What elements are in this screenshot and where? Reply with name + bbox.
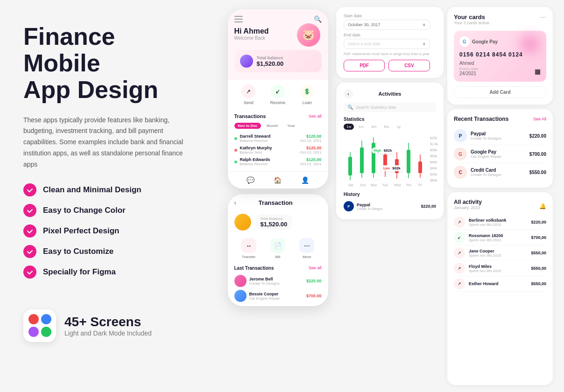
activities-title: Activities bbox=[379, 91, 402, 97]
txn-sub: Balance Sent bbox=[240, 150, 272, 154]
incoming-icon: ↙ bbox=[454, 232, 465, 243]
search-icon[interactable]: 🔍 bbox=[314, 15, 322, 23]
rtxn-title: Recent Transactions bbox=[454, 116, 508, 122]
tab-nov-dec[interactable]: Nov to Dec bbox=[234, 123, 261, 129]
table-row: C Credit Card Create To Designs $550.00 bbox=[454, 163, 546, 181]
cards-widget: Your cards Your 2 cards active ⋯ G Googl… bbox=[447, 7, 553, 105]
date-note: PDF statements must have a range less th… bbox=[344, 52, 430, 56]
last-txn-header: Last Transactions See all bbox=[234, 266, 322, 271]
loan-label: Loan bbox=[303, 100, 312, 105]
time-pill-3m[interactable]: 3m bbox=[368, 124, 379, 130]
txn-sub: Balance Receive bbox=[240, 162, 270, 166]
feature-label-5: Specially for Figma bbox=[43, 267, 116, 277]
transactions-section: Transactions See all Nov to Dec Month Ye… bbox=[228, 110, 328, 171]
activity-sub: Spent nov 9th,2023 bbox=[469, 253, 527, 258]
activity-sub: Spent nov 8th,2022 bbox=[469, 269, 527, 273]
svg-text:$30k: $30k bbox=[430, 148, 437, 152]
profile-nav-icon[interactable]: 👤 bbox=[301, 176, 309, 184]
more-icon: ⋯ bbox=[299, 238, 314, 253]
google-g-icon: G bbox=[459, 36, 470, 47]
start-date-value[interactable]: October 30, 2017 ∨ bbox=[344, 20, 430, 30]
txn-amount: $700.00 bbox=[306, 294, 322, 298]
time-pills: 1w 1m 3m 6m 1y bbox=[344, 124, 436, 130]
txn-amount: $120,00 bbox=[300, 134, 322, 139]
list-item: ↙ Rossmann 18200 Spent nov 8th,2022 $700… bbox=[454, 230, 546, 245]
back-button-sm[interactable]: ‹ bbox=[344, 89, 353, 98]
end-date-value[interactable]: Select a end date ∨ bbox=[344, 39, 430, 49]
back-arrow-icon[interactable]: ‹ bbox=[234, 199, 237, 206]
start-date-label: Start date bbox=[344, 14, 430, 18]
time-pill-1m[interactable]: 1m bbox=[356, 124, 367, 130]
main-title: Finance Mobile App Design bbox=[23, 23, 196, 104]
last-transactions: Last Transactions See all Jerome Bell Cr… bbox=[228, 263, 328, 306]
activity-name: Floyd Miles bbox=[469, 264, 527, 269]
table-row: Bessie Cooper Car Engine Repair $700.00 bbox=[234, 288, 322, 303]
receive-action[interactable]: ↙ Receive bbox=[270, 84, 286, 105]
txn-name: Bessie Cooper bbox=[249, 292, 303, 296]
home-nav-icon[interactable]: 🏠 bbox=[274, 176, 282, 184]
check-icon-1 bbox=[23, 183, 36, 196]
table-row: Kathryn Murphy Balance Sent $120,00 Oct … bbox=[234, 144, 322, 156]
user-avatar-med bbox=[234, 214, 251, 231]
loan-icon: 💲 bbox=[300, 84, 314, 98]
last-txn-title: Last Transactions bbox=[234, 266, 274, 271]
tab-year[interactable]: Year bbox=[283, 123, 299, 129]
search-bar[interactable]: 🔍 Search Statistics date bbox=[344, 102, 436, 112]
screens-sub: Light and Dark Mode Included bbox=[64, 329, 152, 337]
time-pill-1y[interactable]: 1y bbox=[394, 124, 403, 130]
activity-name: Jane Cooper bbox=[469, 249, 527, 253]
bell-icon[interactable]: 🔔 bbox=[539, 203, 546, 210]
paypal-icon: P bbox=[344, 201, 354, 211]
decorative-illustration: 🐷 bbox=[297, 23, 323, 49]
svg-text:Wed: Wed bbox=[394, 183, 401, 187]
credit-card: G Google Pay 0156 0214 8454 0124 Ahmed E… bbox=[454, 31, 546, 82]
end-date-label: End date bbox=[344, 33, 430, 37]
txn-sub: Car Engine Repair bbox=[249, 296, 303, 301]
rtxn-header: Recent Transactions See All bbox=[454, 116, 546, 122]
history-section: History P Paypal Create To Deligns $220,… bbox=[344, 192, 436, 213]
feature-item: Easy to Customize bbox=[23, 245, 196, 258]
add-card-button[interactable]: Add Card bbox=[454, 86, 546, 98]
user-avatar bbox=[240, 55, 253, 68]
svg-text:Sat: Sat bbox=[348, 183, 353, 187]
see-all-link[interactable]: See all bbox=[309, 114, 322, 119]
chat-nav-icon[interactable]: 💬 bbox=[247, 176, 254, 184]
csv-button[interactable]: CSV bbox=[388, 60, 430, 71]
tab-month[interactable]: Month bbox=[263, 123, 282, 129]
phone-mock-1: 🔍 Hi Ahmed Welcome Back 🐷 Total balance … bbox=[228, 9, 328, 189]
time-pill-1w[interactable]: 1w bbox=[344, 124, 354, 130]
widget-header: Your cards Your 2 cards active ⋯ bbox=[454, 14, 546, 30]
time-pill-6m[interactable]: 6m bbox=[381, 124, 392, 130]
more-options-icon[interactable]: ⋯ bbox=[540, 14, 546, 21]
rtxn-amount: $700.00 bbox=[529, 152, 546, 157]
cards-title: Your cards bbox=[454, 14, 489, 21]
end-date-placeholder: Select a end date bbox=[348, 42, 381, 46]
badge-text: 45+ Screens Light and Dark Mode Included bbox=[64, 315, 152, 337]
activity-amount: $550,00 bbox=[531, 266, 546, 271]
svg-text:$1.0k: $1.0k bbox=[430, 142, 438, 146]
svg-text:Thu: Thu bbox=[406, 183, 411, 187]
history-name: Paypal bbox=[357, 203, 418, 207]
candlestick-chart: $22k $1.0k $30k $50k $60k $40k $30k $80k bbox=[344, 133, 442, 187]
receive-label: Receive bbox=[270, 100, 286, 105]
see-all-link[interactable]: See all bbox=[309, 266, 322, 271]
more-action[interactable]: ⋯ More bbox=[299, 238, 314, 259]
expiry-value: 24/2021 bbox=[459, 71, 478, 76]
paypal-icon: P bbox=[454, 129, 467, 142]
bill-action[interactable]: 📄 Bill bbox=[270, 238, 285, 259]
rtxn-info: Google Pay Car Engine Repair bbox=[471, 149, 526, 159]
svg-rect-15 bbox=[348, 157, 352, 175]
pdf-button[interactable]: PDF bbox=[344, 60, 385, 71]
activity-amount: $220,00 bbox=[531, 220, 546, 224]
rtxn-amount: $220.00 bbox=[529, 133, 546, 139]
all-activity-title: All activity bbox=[454, 199, 482, 205]
loan-action[interactable]: 💲 Loan bbox=[300, 84, 314, 105]
balance-amount: $1,520.00 bbox=[257, 60, 316, 67]
rtxn-sub: Car Engine Repair bbox=[471, 154, 526, 159]
start-date-text: October 30, 2017 bbox=[348, 22, 381, 27]
see-all-link[interactable]: See All bbox=[533, 117, 546, 121]
transfer-action[interactable]: ↔ Transfer bbox=[241, 238, 256, 259]
send-action[interactable]: ↗ Send bbox=[241, 84, 255, 105]
txn-date: Oct 15, 2021 bbox=[300, 139, 322, 143]
google-icon: G bbox=[454, 147, 467, 161]
